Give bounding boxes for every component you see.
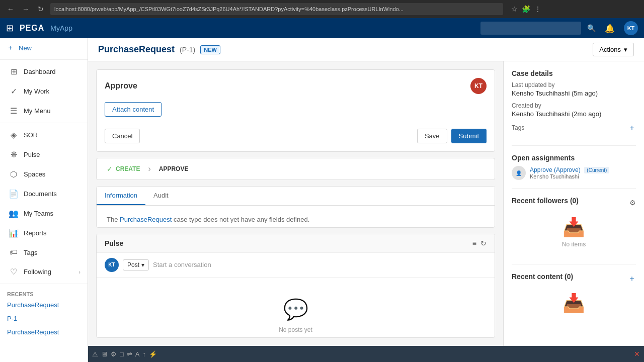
progress-step-create: ✓ CREATE — [107, 165, 140, 173]
sidebar-item-dashboard[interactable]: ⊞ Dashboard — [0, 62, 88, 81]
bell-icon[interactable]: 🔔 — [605, 24, 615, 33]
sidebar-item-tags[interactable]: 🏷 Tags — [0, 243, 88, 262]
sidebar-item-reports[interactable]: 📊 Reports — [0, 223, 88, 243]
grid-icon[interactable]: ⊞ — [6, 23, 14, 34]
search-icon[interactable]: 🔍 — [587, 24, 596, 32]
spaces-icon: ⬡ — [9, 169, 19, 179]
refresh-icon[interactable]: ↻ — [480, 239, 487, 247]
close-icon[interactable]: ✕ — [634, 350, 640, 358]
sidebar-item-my-work[interactable]: ✓ My Work — [0, 81, 88, 101]
sidebar-label-reports: Reports — [24, 229, 47, 237]
upload-icon[interactable]: ↑ — [143, 350, 146, 358]
recents-item-0[interactable]: PurchaseRequest — [0, 298, 88, 312]
followers-gear-icon[interactable]: ⚙ — [629, 199, 636, 207]
tab-audit[interactable]: Audit — [145, 187, 177, 205]
sidebar-label-dashboard: Dashboard — [24, 68, 56, 75]
recent-content-empty-icon: 📥 — [562, 293, 585, 314]
assignment-name[interactable]: Approve (Approve) — [530, 166, 581, 173]
created-by-value: Kensho Tsuchihashi (2mo ago) — [512, 110, 636, 118]
sidebar-item-pulse[interactable]: ❋ Pulse — [0, 145, 88, 164]
sidebar-item-my-teams[interactable]: 👥 My Teams — [0, 204, 88, 223]
sidebar-item-sor[interactable]: ◈ SOR — [0, 125, 88, 145]
add-tag-icon[interactable]: ＋ — [628, 123, 636, 133]
recent-content-empty-box: 📥 — [512, 285, 636, 325]
tab-information[interactable]: Information — [97, 187, 145, 205]
open-assignments-title: Open assignments — [512, 154, 636, 162]
sidebar-divider-top — [0, 59, 88, 60]
recents-item-2[interactable]: PurchaseRequest — [0, 325, 88, 339]
tabs-content-link[interactable]: PurchaseRequest — [120, 216, 172, 223]
right-buttons: Save Submit — [417, 129, 487, 143]
actions-button[interactable]: Actions ▾ — [593, 43, 634, 56]
content-area: Approve KT Attach content Cancel Save Su… — [88, 61, 644, 346]
monitor-icon[interactable]: 🖥 — [101, 350, 108, 358]
user-avatar[interactable]: KT — [624, 21, 638, 35]
menu-icon[interactable]: ⋮ — [534, 5, 541, 13]
window-icon[interactable]: □ — [120, 350, 124, 358]
following-icon: ♡ — [9, 267, 19, 277]
forward-button[interactable]: → — [20, 4, 31, 15]
progress-arrow-icon: › — [148, 164, 150, 173]
recents-item-name-2: PurchaseRequest — [7, 328, 80, 336]
transfer-icon[interactable]: ⇌ — [127, 350, 132, 358]
app-name[interactable]: MyApp — [50, 24, 72, 32]
actions-label: Actions — [599, 46, 621, 53]
extension-icon[interactable]: 🧩 — [522, 5, 530, 13]
recents-item-name-1: P-1 — [7, 315, 80, 322]
followers-header: Recent followers (0) ⚙ — [512, 197, 636, 209]
add-content-icon[interactable]: ＋ — [628, 274, 636, 284]
dashboard-icon: ⊞ — [9, 67, 19, 76]
recents-section: Recents PurchaseRequest P-1 PurchaseRequ… — [0, 286, 88, 341]
cancel-button[interactable]: Cancel — [105, 129, 140, 143]
divider-3 — [512, 264, 636, 264]
action-buttons: Cancel Save Submit — [105, 129, 487, 143]
followers-empty-icon: 📥 — [562, 217, 585, 238]
sidebar-item-spaces[interactable]: ⬡ Spaces — [0, 164, 88, 184]
pulse-icon: ❋ — [9, 150, 19, 159]
sidebar-item-documents[interactable]: 📄 Documents — [0, 184, 88, 204]
app-header: ⊞ PEGA MyApp 🔍 🔔 KT — [0, 18, 644, 38]
sidebar-label-documents: Documents — [24, 190, 57, 198]
no-posts-text: No posts yet — [279, 326, 312, 333]
attach-content-button[interactable]: Attach content — [105, 102, 162, 117]
pega-logo: PEGA — [20, 24, 44, 33]
sidebar-item-my-menu[interactable]: ☰ My Menu — [0, 101, 88, 121]
progress-step-approve: APPROVE — [159, 165, 189, 172]
pulse-icons: ≡ ↻ — [472, 239, 487, 247]
back-button[interactable]: ← — [5, 4, 16, 15]
pulse-empty: 💬 No posts yet — [97, 278, 495, 338]
sidebar-item-following[interactable]: ♡ Following › — [0, 262, 88, 282]
filter-icon[interactable]: ≡ — [472, 239, 476, 247]
plus-icon: ＋ — [7, 43, 14, 52]
pulse-title: Pulse — [105, 239, 123, 247]
pulse-conversation-placeholder[interactable]: Start a conversation — [153, 261, 211, 268]
submit-button[interactable]: Submit — [451, 129, 487, 143]
approve-header: Approve KT — [105, 78, 487, 94]
sidebar-label-my-teams: My Teams — [24, 210, 53, 217]
text-icon[interactable]: A — [135, 350, 140, 358]
save-button[interactable]: Save — [417, 129, 447, 143]
attach-content-label: Attach content — [112, 106, 154, 113]
sidebar-divider-2 — [0, 284, 88, 284]
refresh-button[interactable]: ↻ — [35, 4, 46, 15]
settings-icon[interactable]: ⚙ — [111, 350, 117, 358]
tags-label: Tags — [512, 124, 524, 131]
bookmark-icon[interactable]: ☆ — [511, 5, 518, 13]
step-approve-label: APPROVE — [159, 165, 189, 172]
lightning-icon[interactable]: ⚡ — [149, 350, 157, 358]
last-updated-label: Last updated by — [512, 81, 636, 88]
tabs-content: The PurchaseRequest case type does not y… — [97, 206, 495, 228]
recents-item-1[interactable]: P-1 — [0, 312, 88, 325]
pulse-post-label: Post — [127, 261, 139, 268]
warning-icon[interactable]: ⚠ — [92, 350, 98, 358]
pulse-post-type-dropdown[interactable]: Post ▾ — [123, 259, 149, 270]
new-button[interactable]: ＋ New — [0, 38, 88, 57]
tags-row: Tags ＋ — [512, 123, 636, 133]
followers-title: Recent followers (0) — [512, 197, 579, 205]
pulse-header: Pulse ≡ ↻ — [97, 234, 495, 253]
assignment-current-badge: (Current) — [584, 167, 609, 173]
page-case-id: (P-1) — [180, 46, 195, 54]
global-search-input[interactable] — [480, 22, 581, 35]
sidebar-label-tags: Tags — [24, 249, 37, 256]
tabs-card: Information Audit The PurchaseRequest ca… — [96, 186, 495, 228]
